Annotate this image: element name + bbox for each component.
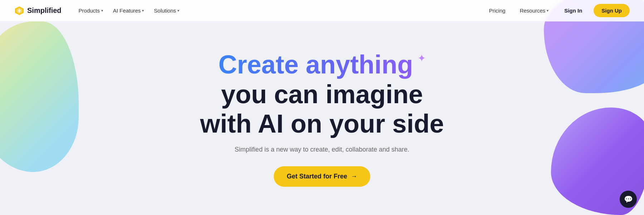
navbar-left: Simplified Products ▾ AI Features ▾ Solu… [14, 5, 184, 16]
navbar: Simplified Products ▾ AI Features ▾ Solu… [0, 0, 644, 22]
products-chevron-icon: ▾ [101, 9, 103, 13]
navbar-right: Pricing Resources ▾ Sign In Sign Up [485, 4, 630, 17]
cta-arrow-icon: → [351, 173, 357, 180]
logo-link[interactable]: Simplified [14, 6, 62, 16]
ai-features-chevron-icon: ▾ [142, 9, 144, 13]
logo-icon [14, 6, 24, 16]
nav-resources[interactable]: Resources ▾ [516, 5, 553, 16]
nav-links: Products ▾ AI Features ▾ Solutions ▾ [74, 5, 184, 16]
hero-heading: Create anything ✦ you can imagine with A… [200, 50, 444, 139]
sign-in-button[interactable]: Sign In [558, 5, 588, 16]
solutions-chevron-icon: ▾ [177, 9, 179, 13]
chat-icon: 💬 [624, 195, 633, 204]
chat-bubble-button[interactable]: 💬 [620, 191, 637, 208]
hero-subtitle: Simplified is a new way to create, edit,… [235, 146, 409, 153]
hero-create-anything-text: Create anything [218, 50, 413, 80]
resources-chevron-icon: ▾ [547, 9, 548, 13]
hero-line2-text: you can imagine [200, 80, 444, 109]
hero-line3-text: with AI on your side [200, 109, 444, 139]
hero-line1: Create anything ✦ [200, 50, 444, 80]
cta-button[interactable]: Get Started for Free → [274, 166, 370, 187]
nav-solutions[interactable]: Solutions ▾ [150, 5, 184, 16]
sign-up-button[interactable]: Sign Up [594, 4, 630, 17]
nav-ai-features[interactable]: AI Features ▾ [109, 5, 148, 16]
sparkle-icon: ✦ [418, 53, 426, 64]
logo-text: Simplified [27, 6, 62, 15]
nav-pricing[interactable]: Pricing [485, 5, 510, 16]
hero-section: Create anything ✦ you can imagine with A… [0, 22, 644, 215]
nav-products[interactable]: Products ▾ [74, 5, 107, 16]
cta-label: Get Started for Free [287, 173, 347, 180]
